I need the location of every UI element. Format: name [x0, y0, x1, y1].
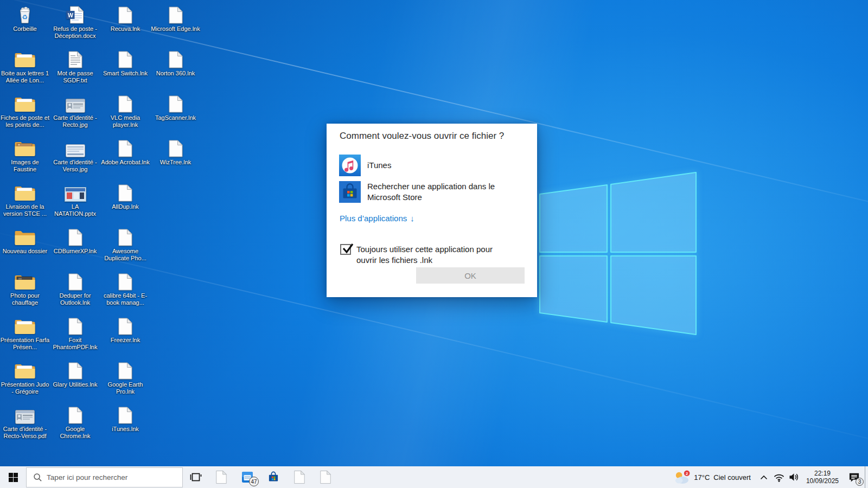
- desktop-icon-refus-de-poste-d-ception-docx[interactable]: W Refus de poste - Déception.docx: [51, 2, 100, 46]
- pinned-apps: 47: [208, 466, 339, 488]
- more-apps-link[interactable]: Plus d’applications↓: [340, 214, 414, 223]
- taskbar-search[interactable]: [26, 467, 183, 487]
- desktop-icon-tagscanner-lnk[interactable]: TagScanner.lnk: [151, 91, 200, 134]
- desktop-icon-google-chrome-lnk[interactable]: Google Chrome.lnk: [51, 402, 100, 446]
- desktop-icon-freezer-lnk[interactable]: Freezer.lnk: [101, 313, 150, 357]
- word-icon: W: [66, 2, 85, 24]
- itunes-icon: [339, 155, 361, 176]
- desktop-icon-norton-360-lnk[interactable]: Norton 360.lnk: [151, 47, 200, 90]
- taskbar-app-microsoft-store[interactable]: [260, 466, 286, 488]
- desktop-icon-nouveau-dossier[interactable]: Nouveau dossier: [1, 224, 49, 268]
- blank-file-icon: [294, 470, 305, 484]
- desktop-icon-carte-d-identit-verso-jpg[interactable]: Carte d'identité - Verso.jpg: [51, 136, 100, 179]
- desktop-icon-adobe-acrobat-lnk[interactable]: Adobe Acrobat.lnk: [101, 136, 150, 179]
- volume-button[interactable]: [787, 466, 802, 488]
- recyclebin-icon: ♻: [17, 2, 33, 24]
- desktop-icon-label: Mot de passe SGDF.txt: [50, 70, 100, 84]
- chevron-up-icon: [760, 475, 768, 480]
- task-view-button[interactable]: [183, 466, 208, 488]
- desktop-icon-images-de-faustine[interactable]: Images de Faustine: [1, 136, 49, 179]
- notification-badge: 3: [856, 478, 864, 486]
- desktop-icon-label: Recuva.lnk: [100, 25, 150, 33]
- weather-widget[interactable]: 2 17°C Ciel couvert: [668, 466, 756, 488]
- page-icon: [68, 358, 82, 380]
- desktop-icon-foxit-phantompdf-lnk[interactable]: Foxit PhantomPDF.lnk: [51, 313, 100, 357]
- page-icon: [118, 2, 132, 24]
- app-option-microsoft-store[interactable]: Rechercher une application dans le Micro…: [339, 181, 524, 203]
- page-icon: [68, 269, 82, 291]
- ok-button[interactable]: OK: [416, 267, 525, 284]
- page-icon: [68, 224, 82, 246]
- task-view-icon: [190, 472, 202, 482]
- clock[interactable]: 22:19 10/09/2025: [802, 466, 843, 488]
- taskbar-app-document-1[interactable]: [208, 466, 234, 488]
- desktop-icon-la-natation-pptx[interactable]: LA NATATION.pptx: [51, 180, 100, 223]
- desktop-icon-mot-de-passe-sgdf-txt[interactable]: Mot de passe SGDF.txt: [51, 47, 100, 90]
- desktop-icon-label: CDBurnerXP.lnk: [50, 248, 100, 255]
- desktop-icon-cdburnerxp-lnk[interactable]: CDBurnerXP.lnk: [51, 224, 100, 268]
- app-option-itunes[interactable]: iTunes: [339, 155, 524, 176]
- desktop-icon-recuva-lnk[interactable]: Recuva.lnk: [101, 2, 150, 46]
- search-input[interactable]: [47, 473, 182, 481]
- desktop-icon-boite-aux-lettres-1-all-e-de-lon[interactable]: Boite aux lettres 1 Allée de Lon...: [1, 47, 49, 90]
- desktop-icon-label: Corbeille: [0, 25, 50, 33]
- desktop-icon-corbeille[interactable]: ♻ Corbeille: [1, 2, 49, 46]
- desktop-icon-alldup-lnk[interactable]: AllDup.lnk: [101, 180, 150, 223]
- notification-center-button[interactable]: 3: [843, 466, 865, 488]
- desktop-icon-wiztree-lnk[interactable]: WizTree.lnk: [151, 136, 200, 179]
- desktop-icon-vlc-media-player-lnk[interactable]: VLC media player.lnk: [101, 91, 150, 134]
- page-icon: [118, 91, 132, 113]
- desktop-icon-label: Carte d'identité - Recto.jpg: [50, 114, 100, 129]
- folder-photo-icon: [14, 136, 36, 157]
- page-icon: [118, 224, 132, 246]
- folder-paper-icon: [14, 180, 36, 202]
- hidden-icons-chevron[interactable]: [756, 466, 771, 488]
- taskbar-app-document-2[interactable]: [286, 466, 312, 488]
- desktop-icon-label: Nouveau dossier: [0, 248, 50, 255]
- desktop-icon-label: Google Chrome.lnk: [50, 426, 100, 440]
- start-button[interactable]: [0, 466, 26, 488]
- show-desktop-button[interactable]: [865, 466, 868, 488]
- page-icon: [118, 136, 132, 157]
- system-tray: 2 17°C Ciel couvert 2: [668, 466, 868, 488]
- app-option-label: Rechercher une application dans le Micro…: [367, 181, 524, 203]
- desktop-icon-fiches-de-poste-et-les-points-de[interactable]: Fiches de poste et les points de...: [1, 91, 49, 134]
- taskbar-app-mail[interactable]: 47: [234, 466, 260, 488]
- desktop-icon-carte-d-identit-recto-verso-pdf[interactable]: Carte d'identité - Recto-Verso.pdf: [1, 402, 49, 446]
- desktop-icon-label: Freezer.lnk: [100, 337, 150, 344]
- arrow-down-icon: ↓: [410, 214, 414, 223]
- desktop-icon-label: Refus de poste - Déception.docx: [50, 25, 100, 40]
- idcard-icon: [66, 91, 85, 113]
- desktop-icon-label: Images de Faustine: [0, 159, 50, 173]
- desktop-icon-label: Carte d'identité - Recto-Verso.pdf: [0, 426, 50, 440]
- desktop-icon-pr-sentation-judo-gr-goire[interactable]: Présentation Judo - Grégoire: [1, 358, 49, 401]
- windows-start-icon: [9, 473, 18, 482]
- wifi-icon: [774, 472, 784, 482]
- desktop-icon-microsoft-edge-lnk[interactable]: Microsoft Edge.lnk: [151, 2, 200, 46]
- weather-alert-badge: 2: [686, 471, 688, 476]
- desktop-icon-calibre-64bit-e-book-manag[interactable]: calibre 64bit - E-book manag...: [101, 269, 150, 312]
- desktop-icon-google-earth-pro-lnk[interactable]: Google Earth Pro.lnk: [101, 358, 150, 401]
- desktop-icon-photo-pour-chauffage[interactable]: Photo pour chauffage: [1, 269, 49, 312]
- desktop-icon-carte-d-identit-recto-jpg[interactable]: Carte d'identité - Recto.jpg: [51, 91, 100, 134]
- desktop-icon-deduper-for-outlook-lnk[interactable]: Deduper for Outlook.lnk: [51, 269, 100, 312]
- page-icon: [118, 269, 132, 291]
- page-icon: [169, 47, 183, 68]
- desktop-icon-livraison-de-la-version-stce[interactable]: Livraison de la version STCE ...: [1, 180, 49, 223]
- tray-time: 22:19: [814, 470, 831, 477]
- txt-icon: [68, 47, 82, 68]
- page-icon: [68, 313, 82, 335]
- desktop-icon-itunes-lnk[interactable]: iTunes.lnk: [101, 402, 150, 446]
- taskbar-app-document-3[interactable]: [312, 466, 339, 488]
- blank-file-icon: [320, 470, 331, 484]
- desktop-icon-smart-switch-lnk[interactable]: Smart Switch.lnk: [101, 47, 150, 90]
- desktop-icon-pr-sentation-farfa-pr-sen[interactable]: Présentation Farfa Présen...: [1, 313, 49, 357]
- always-use-checkbox[interactable]: [340, 244, 351, 255]
- desktop-icon-glary-utilities-lnk[interactable]: Glary Utilities.lnk: [51, 358, 100, 401]
- desktop-icon-awesome-duplicate-pho[interactable]: Awesome Duplicate Pho...: [101, 224, 150, 268]
- svg-text:W: W: [68, 12, 73, 18]
- network-button[interactable]: [771, 466, 787, 488]
- svg-text:♻: ♻: [22, 14, 28, 21]
- page-icon: [118, 313, 132, 335]
- desktop-icon-label: Microsoft Edge.lnk: [151, 25, 201, 33]
